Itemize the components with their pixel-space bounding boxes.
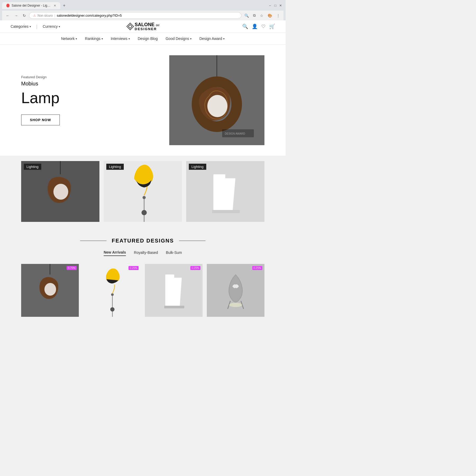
wishlist-btn[interactable]: ♡: [261, 24, 266, 29]
product-card-3[interactable]: Lighting: [186, 161, 264, 222]
hero-product-type: Lamp: [21, 89, 159, 107]
featured-line-left: [80, 241, 107, 241]
nav-item-good-designs[interactable]: Good Designs: [166, 36, 191, 41]
featured-header: FEATURED DESIGNS: [21, 238, 264, 244]
product-card-img-2: Lighting: [104, 161, 182, 222]
account-btn[interactable]: 👤: [252, 24, 258, 29]
svg-point-5: [207, 95, 227, 117]
hero-featured-label: Featured Design: [21, 75, 159, 79]
lighting-badge-1: Lighting: [24, 164, 41, 170]
forward-btn[interactable]: →: [13, 13, 20, 18]
cart-btn[interactable]: 🛒: [269, 24, 275, 29]
discount-badge-3: 0.25%: [190, 266, 200, 270]
discount-badge-2: 0.25%: [129, 266, 139, 270]
product-thumbnails: 9.75% 0.25%: [21, 264, 264, 317]
featured-section: FEATURED DESIGNS New Arrivals Royalty-Ba…: [0, 227, 286, 322]
browser-title-bar: Salone del Designer - Lighting P... ✕ + …: [2, 2, 283, 9]
tab-bulk-sum[interactable]: Bulk-Sum: [166, 249, 182, 256]
thumb-img-2: 0.25%: [83, 264, 141, 317]
menu-btn[interactable]: ⋮: [275, 13, 281, 18]
header-left: Categories | Currency: [11, 24, 60, 29]
maximize-btn[interactable]: □: [273, 4, 277, 7]
svg-marker-0: [127, 23, 134, 30]
svg-point-10: [53, 184, 68, 200]
header-right: 🔍 👤 ♡ 🛒: [242, 24, 275, 29]
product-grid: Lighting Lighting: [0, 156, 286, 227]
thumb-lamp-svg-2: [91, 264, 133, 317]
logo-diamond-icon: [126, 22, 134, 30]
address-separator: |: [54, 13, 55, 17]
lighting-badge-2: Lighting: [106, 164, 124, 170]
thumb-card-4[interactable]: 0.25%: [207, 264, 264, 317]
nav-item-design-blog[interactable]: Design Blog: [138, 36, 158, 41]
product-card-2[interactable]: Lighting: [104, 161, 182, 222]
search-btn[interactable]: 🔍: [242, 24, 248, 29]
nav-item-rankings[interactable]: Rankings: [85, 36, 103, 41]
svg-point-21: [44, 283, 56, 296]
thumb-card-2[interactable]: 0.25%: [83, 264, 141, 317]
product-lamp-svg-2: [114, 161, 172, 222]
thumb-card-1[interactable]: 9.75%: [21, 264, 79, 317]
categories-btn[interactable]: Categories: [11, 24, 31, 29]
nav-item-interviews[interactable]: Interviews: [111, 36, 130, 41]
site-logo[interactable]: SALONE del DESIGNER: [126, 22, 159, 31]
thumb-img-1: 9.75%: [21, 264, 79, 317]
svg-rect-29: [164, 306, 184, 308]
thumb-lamp-svg-1: [29, 264, 71, 317]
discount-badge-1: 9.75%: [67, 266, 77, 270]
site-nav: Network Rankings Interviews Design Blog …: [0, 33, 286, 45]
currency-btn[interactable]: Currency: [43, 24, 60, 29]
svg-rect-18: [212, 210, 240, 213]
back-btn[interactable]: ←: [4, 13, 11, 18]
featured-line-right: [179, 241, 205, 241]
svg-point-14: [141, 210, 147, 215]
minimize-btn[interactable]: –: [268, 4, 272, 7]
nav-item-network[interactable]: Network: [61, 36, 77, 41]
hero-text: Featured Design Mobius Lamp SHOP NOW: [21, 75, 159, 125]
product-lamp-svg-3: [196, 161, 254, 222]
product-card-img-3: Lighting: [186, 161, 264, 222]
security-icon: ⚠: [33, 14, 36, 17]
tab-close-btn[interactable]: ✕: [54, 4, 56, 7]
zoom-btn[interactable]: 🔍: [243, 13, 250, 18]
extension-btn[interactable]: 🎨: [266, 13, 273, 18]
refresh-btn[interactable]: ↻: [21, 13, 28, 18]
thumb-lamp-svg-4: [214, 264, 257, 317]
share-btn[interactable]: ⧉: [252, 13, 257, 18]
header-separator: |: [36, 24, 38, 29]
svg-point-33: [229, 303, 242, 307]
tab-favicon: [6, 4, 10, 7]
svg-marker-1: [128, 25, 132, 28]
hero-lamp-svg: DESIGN AWARD: [169, 55, 264, 145]
hero-image: DESIGN AWARD: [169, 55, 264, 145]
thumb-card-3[interactable]: 0.25%: [145, 264, 203, 317]
new-tab-btn[interactable]: +: [60, 2, 68, 9]
product-lamp-svg-1: [31, 161, 89, 222]
browser-tab-active[interactable]: Salone del Designer - Lighting P... ✕: [2, 2, 60, 9]
thumb-img-4: 0.25%: [207, 264, 264, 317]
tab-royalty-based[interactable]: Royalty-Based: [134, 249, 158, 256]
close-btn[interactable]: ✕: [279, 4, 282, 7]
browser-toolbar: ← → ↻ ⚠ Non sicuro | salonedeldesigner.c…: [2, 11, 283, 20]
svg-text:DESIGN AWARD: DESIGN AWARD: [225, 132, 245, 135]
bookmark-btn[interactable]: ☆: [259, 13, 265, 18]
website-content: Categories | Currency SALONE del DESIGNE…: [0, 20, 286, 322]
featured-title: FEATURED DESIGNS: [112, 238, 174, 244]
address-bar[interactable]: ⚠ Non sicuro | salonedeldesigner.com/cat…: [29, 12, 241, 19]
tab-new-arrivals[interactable]: New Arrivals: [104, 249, 126, 256]
thumb-img-3: 0.25%: [145, 264, 203, 317]
product-card-img-1: Lighting: [21, 161, 99, 222]
security-label: Non sicuro: [38, 14, 53, 17]
svg-point-25: [110, 307, 115, 312]
browser-chrome: Salone del Designer - Lighting P... ✕ + …: [0, 0, 286, 20]
featured-tabs: New Arrivals Royalty-Based Bulk-Sum: [21, 249, 264, 256]
toolbar-right: 🔍 ⧉ ☆ 🎨 ⋮: [243, 13, 281, 18]
nav-item-design-award[interactable]: Design Award: [199, 36, 225, 41]
tab-title: Salone del Designer - Lighting P...: [12, 4, 52, 7]
lighting-badge-3: Lighting: [189, 164, 206, 170]
product-card-1[interactable]: Lighting: [21, 161, 99, 222]
shop-now-btn[interactable]: SHOP NOW: [21, 115, 60, 125]
browser-tabs: Salone del Designer - Lighting P... ✕ +: [2, 2, 68, 9]
logo-text: SALONE del DESIGNER: [135, 22, 159, 31]
site-header: Categories | Currency SALONE del DESIGNE…: [0, 20, 286, 33]
